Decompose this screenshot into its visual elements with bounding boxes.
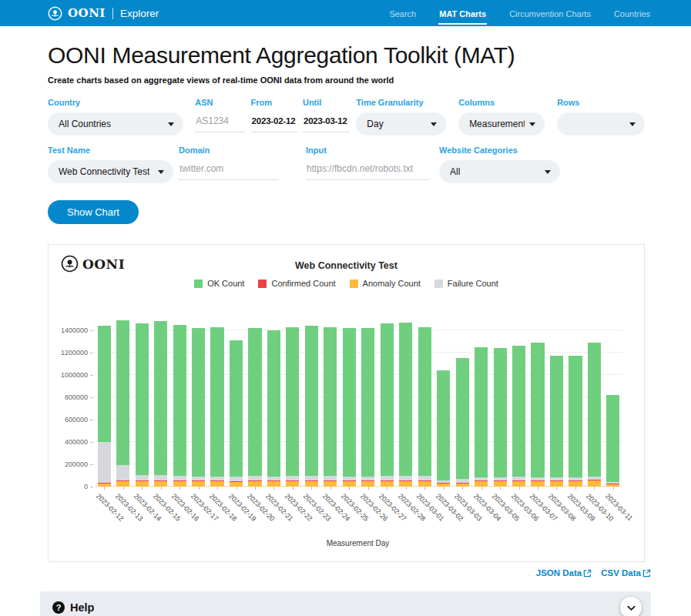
ooni-logo-word: OONI <box>82 256 125 272</box>
bar-2023-03-08[interactable] <box>547 308 565 487</box>
x-axis-tick <box>406 487 407 490</box>
bar-2023-02-23[interactable] <box>302 308 320 487</box>
stacked-bar <box>361 328 374 487</box>
legend-item[interactable]: Anomaly Count <box>350 279 421 288</box>
json-data-link[interactable]: JSON Data <box>536 568 592 578</box>
nav-countries[interactable]: Countries <box>613 2 651 25</box>
question-mark-icon: ? <box>52 601 65 614</box>
legend-item[interactable]: Failure Count <box>434 279 498 288</box>
time-granularity-select-value: Day <box>367 119 383 129</box>
nav-circumvention-charts[interactable]: Circumvention Charts <box>508 2 592 25</box>
stacked-bar <box>324 327 337 487</box>
brand[interactable]: OONI Explorer <box>48 6 159 21</box>
bar-2023-02-22[interactable] <box>283 308 302 487</box>
bar-segment <box>531 343 544 477</box>
nav-mat-charts[interactable]: MAT Charts <box>438 2 487 25</box>
bar-2023-02-15[interactable] <box>151 308 169 487</box>
y-axis-tick-label: 1200000 <box>61 349 88 357</box>
country-label: Country <box>48 98 183 107</box>
x-axis-slot: 2023-02-15 <box>151 487 169 537</box>
x-axis: 2023-02-122023-02-132023-02-142023-02-15… <box>95 487 622 537</box>
until-date-input[interactable] <box>303 112 350 132</box>
x-axis-tick <box>424 487 425 490</box>
bar-2023-02-13[interactable] <box>113 308 132 487</box>
website-categories-select[interactable]: All <box>439 160 560 183</box>
bar-2023-02-20[interactable] <box>246 308 264 487</box>
x-axis-slot: 2023-02-28 <box>397 487 415 537</box>
top-navbar: OONI Explorer Search MAT Charts Circumve… <box>0 0 691 26</box>
x-axis-slot: 2023-02-24 <box>321 487 340 537</box>
nav-search[interactable]: Search <box>388 2 417 25</box>
bar-2023-02-14[interactable] <box>132 308 151 487</box>
x-axis-slot: 2023-03-10 <box>585 487 603 537</box>
chevron-down-icon <box>168 122 174 126</box>
test-name-select[interactable]: Web Connectivity Test <box>48 160 173 183</box>
from-date-input[interactable] <box>251 112 298 132</box>
domain-input[interactable] <box>179 160 279 180</box>
rows-select[interactable] <box>557 112 645 136</box>
x-axis-slot: 2023-02-25 <box>340 487 358 537</box>
legend-item[interactable]: OK Count <box>194 279 244 288</box>
plot-area <box>95 308 622 487</box>
bar-2023-02-28[interactable] <box>397 308 415 487</box>
bar-2023-02-24[interactable] <box>321 308 340 487</box>
field-test-name: Test Name Web Connectivity Test <box>48 146 173 183</box>
chevron-down-icon <box>626 603 636 613</box>
show-chart-button[interactable]: Show Chart <box>48 200 139 224</box>
bar-segment <box>550 356 563 477</box>
bar-2023-02-12[interactable] <box>95 308 113 487</box>
bar-2023-02-18[interactable] <box>208 308 226 487</box>
external-link-icon <box>642 569 651 578</box>
ooni-chart-logo: OONI <box>61 255 125 273</box>
legend-item[interactable]: Confirmed Count <box>258 279 335 288</box>
x-axis-tick <box>123 487 124 490</box>
bar-2023-03-09[interactable] <box>566 308 585 487</box>
bar-2023-03-07[interactable] <box>528 308 547 487</box>
x-axis-tick <box>481 487 482 490</box>
bar-2023-03-03[interactable] <box>453 308 471 487</box>
field-country: Country All Countries <box>48 98 183 136</box>
bar-2023-03-06[interactable] <box>509 308 528 487</box>
stacked-bar <box>569 356 582 487</box>
bar-2023-02-16[interactable] <box>170 308 189 487</box>
asn-input[interactable] <box>195 112 244 132</box>
bar-2023-02-27[interactable] <box>377 308 396 487</box>
x-axis-slot: 2023-03-09 <box>566 487 585 537</box>
help-expand-button[interactable] <box>620 597 642 616</box>
bar-segment <box>494 348 507 477</box>
x-axis-tick <box>462 487 463 490</box>
field-domain: Domain <box>179 146 279 180</box>
bar-segment <box>361 328 374 477</box>
x-axis-slot: 2023-02-14 <box>132 487 151 537</box>
country-select[interactable]: All Countries <box>48 112 183 136</box>
columns-select[interactable]: Measurement Day <box>458 112 545 136</box>
legend-swatch-icon <box>258 280 267 288</box>
stacked-bar <box>588 343 601 487</box>
columns-label: Columns <box>458 98 545 107</box>
bar-2023-03-01[interactable] <box>415 308 434 487</box>
bar-2023-03-10[interactable] <box>585 308 603 487</box>
bar-2023-02-17[interactable] <box>189 308 207 487</box>
bar-2023-02-19[interactable] <box>226 308 245 487</box>
bar-segment <box>324 481 337 487</box>
y-axis-tick-label: 800000 <box>65 393 88 401</box>
bar-2023-03-11[interactable] <box>604 308 622 487</box>
bar-segment <box>381 323 394 476</box>
bar-segment <box>512 346 525 477</box>
bar-2023-02-26[interactable] <box>359 308 377 487</box>
x-axis-tick <box>330 487 331 490</box>
bar-segment <box>305 481 318 487</box>
x-axis-slot: 2023-02-21 <box>264 487 283 537</box>
bar-2023-02-25[interactable] <box>340 308 358 487</box>
bar-2023-02-21[interactable] <box>264 308 283 487</box>
bar-2023-03-04[interactable] <box>471 308 490 487</box>
stacked-bar <box>98 326 111 487</box>
bar-2023-03-02[interactable] <box>434 308 452 487</box>
bar-2023-03-05[interactable] <box>491 308 509 487</box>
input-input[interactable] <box>306 160 429 180</box>
time-granularity-select[interactable]: Day <box>356 112 446 136</box>
data-export-links: JSON Data CSV Data <box>0 568 651 578</box>
help-accordion[interactable]: ? Help <box>40 591 651 616</box>
x-axis-slot: 2023-02-16 <box>170 487 189 537</box>
csv-data-link[interactable]: CSV Data <box>601 568 651 578</box>
